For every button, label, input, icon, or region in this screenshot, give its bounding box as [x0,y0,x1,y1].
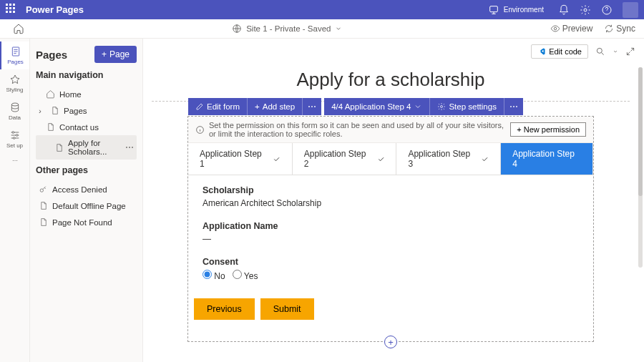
preview-label: Preview [562,24,593,34]
step-tabs: Application Step 1 Application Step 2 Ap… [188,143,593,175]
site-label: Site 1 - Private - Saved [246,24,331,33]
setup-icon [9,129,21,141]
add-page-label: Page [109,49,130,59]
globe-icon [232,24,242,34]
svg-point-1 [584,9,587,11]
svg-point-4 [554,27,557,30]
svg-point-8 [16,134,18,137]
rail-more[interactable]: ⋯ [0,153,29,168]
nav-contact-us[interactable]: Contact us [36,119,137,135]
edit-code-button[interactable]: Edit code [531,44,588,59]
svg-point-9 [13,137,15,140]
settings-icon[interactable] [580,4,591,16]
appname-label: Application Name [203,221,579,231]
consent-yes[interactable]: Yes [233,270,258,281]
nav-apply-scholarship[interactable]: Apply for Scholars... ⋯ [36,135,137,160]
previous-button[interactable]: Previous [194,298,255,320]
consent-label: Consent [203,257,579,267]
data-icon [9,102,21,113]
chevron-right-icon: › [39,107,46,115]
svg-rect-0 [490,6,498,11]
consent-yes-input[interactable] [233,270,242,279]
preview-button[interactable]: Preview [550,24,593,34]
tab-step-3[interactable]: Application Step 3 [396,143,501,175]
environment-icon [488,4,499,16]
submit-button[interactable]: Submit [260,298,314,320]
consent-no-input[interactable] [203,270,212,279]
svg-point-7 [12,132,14,134]
rail-styling[interactable]: Styling [0,69,29,97]
rail-setup[interactable]: Set up [0,125,29,153]
page-icon [39,201,48,210]
notifications-icon[interactable] [558,4,570,16]
form-actions: Previous Submit [188,298,593,320]
key-icon [39,185,48,194]
help-icon[interactable] [601,4,613,16]
nav-offline-page[interactable]: Default Offline Page [36,197,137,214]
check-icon [481,155,489,163]
page-icon [39,217,48,227]
new-permission-button[interactable]: + New permission [510,122,586,137]
styling-icon [9,74,21,85]
tab-step-2[interactable]: Application Step 2 [293,143,397,175]
svg-point-10 [40,189,43,192]
form-more-button[interactable]: ⋯ [303,98,321,115]
edit-code-label: Edit code [549,47,582,56]
rail-pages[interactable]: Pages [0,41,29,69]
nav-access-denied[interactable]: Access Denied [36,181,137,197]
add-section-button[interactable]: + [384,336,397,348]
sync-label: Sync [616,24,635,34]
nav-home[interactable]: Home [36,86,137,102]
zoom-icon[interactable] [595,47,605,57]
app-launcher-icon[interactable] [6,4,19,16]
expand-icon[interactable] [625,47,635,57]
pages-sidebar: Pages + Page Main navigation Home › Page… [30,39,143,362]
edit-form-button[interactable]: Edit form [188,98,248,115]
rail-data[interactable]: Data [0,97,29,125]
eye-icon [550,24,560,34]
consent-no[interactable]: No [203,270,225,281]
environment-picker[interactable]: Environment [488,4,544,16]
nav-pages-group[interactable]: › Pages [36,102,137,119]
step-indicator-button[interactable]: 4/4 Application Step 4 [324,98,430,115]
permission-banner: Set the permission on this form so it ca… [188,117,593,143]
add-page-button[interactable]: + Page [94,46,137,63]
scholarship-label: Scholarship [203,185,579,195]
chevron-down-icon [414,102,422,111]
step-more-button[interactable]: ⋯ [504,98,523,115]
add-step-button[interactable]: + Add step [248,98,303,115]
vscode-icon [537,47,546,56]
scrollbar[interactable] [638,67,643,268]
svg-point-6 [11,103,18,106]
scholarship-value: American Architect Scholarship [203,198,579,208]
more-icon: ⋯ [509,102,518,112]
nav-not-found[interactable]: Page Not Found [36,214,137,230]
more-icon[interactable]: ⋯ [125,142,134,152]
chevron-down-icon [335,25,342,32]
consent-radio-group: No Yes [203,270,579,281]
home-icon [46,89,55,99]
design-canvas: Edit code Apply for a scholarship Edit f… [143,39,644,362]
tab-step-1[interactable]: Application Step 1 [188,143,293,175]
home-icon[interactable] [13,23,24,34]
pages-icon [10,46,21,57]
product-name: Power Pages [26,4,84,15]
tab-step-4[interactable]: Application Step 4 [501,143,593,175]
step-settings-button[interactable]: Step settings [430,98,504,115]
plus-icon: + [517,125,521,134]
command-bar: Site 1 - Private - Saved Preview Sync [0,19,644,39]
user-avatar[interactable] [623,2,638,18]
page-icon [54,143,64,152]
svg-point-11 [597,48,602,53]
more-icon: ⋯ [12,157,18,164]
sync-button[interactable]: Sync [604,24,635,34]
chevron-down-icon[interactable] [613,49,618,54]
left-rail: Pages Styling Data Set up ⋯ [0,39,30,362]
page-icon [50,106,59,115]
svg-point-12 [441,106,443,108]
form-toolbar: Edit form + Add step ⋯ 4/4 Application S… [188,98,523,115]
site-selector[interactable]: Site 1 - Private - Saved [232,24,342,34]
form-body: Scholarship American Architect Scholarsh… [188,175,593,298]
plus-icon: + [255,102,260,111]
edit-icon [195,102,204,111]
